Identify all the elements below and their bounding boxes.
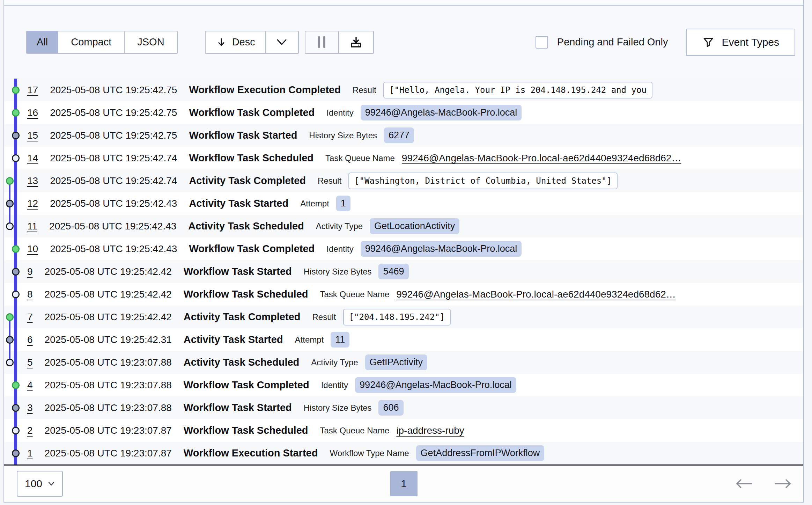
event-detail: Result["Hello, Angela. Your IP is 204.14… xyxy=(353,82,652,98)
event-row[interactable]: 82025-05-08 UTC 19:25:42.42Workflow Task… xyxy=(4,283,803,306)
event-id-link[interactable]: 15 xyxy=(27,130,38,141)
event-row[interactable]: 62025-05-08 UTC 19:25:42.31Activity Task… xyxy=(4,328,803,351)
event-row[interactable]: 102025-05-08 UTC 19:25:42.43Workflow Tas… xyxy=(4,237,803,260)
event-row[interactable]: 132025-05-08 UTC 19:25:42.74Activity Tas… xyxy=(4,169,803,192)
event-status-dot-started xyxy=(6,336,14,344)
workflow-history-page: { "toolbar": { "view_modes": [ {"label":… xyxy=(0,0,812,505)
event-id-link[interactable]: 16 xyxy=(27,107,38,118)
event-id-link[interactable]: 14 xyxy=(27,153,38,164)
event-detail-value-link[interactable]: 99246@Angelas-MacBook-Pro.local-ae62d440… xyxy=(396,289,676,300)
filter-funnel-icon xyxy=(702,36,715,49)
event-id-link[interactable]: 9 xyxy=(27,266,33,277)
event-row[interactable]: 162025-05-08 UTC 19:25:42.75Workflow Tas… xyxy=(4,101,803,124)
event-id-link[interactable]: 11 xyxy=(27,221,37,232)
event-timestamp: 2025-05-08 UTC 19:25:42.43 xyxy=(50,243,177,255)
event-row[interactable]: 142025-05-08 UTC 19:25:42.74Workflow Tas… xyxy=(4,147,803,169)
event-timestamp: 2025-05-08 UTC 19:25:42.75 xyxy=(50,107,177,118)
event-status-dot-completed xyxy=(12,109,20,117)
event-detail: Task Queue Name99246@Angelas-MacBook-Pro… xyxy=(325,153,681,164)
event-detail-label: Identity xyxy=(321,380,348,390)
event-name: Workflow Task Completed xyxy=(189,243,315,255)
event-row[interactable]: 122025-05-08 UTC 19:25:42.43Activity Tas… xyxy=(4,192,803,215)
event-timestamp: 2025-05-08 UTC 19:25:42.42 xyxy=(45,289,172,300)
event-status-dot-completed xyxy=(6,313,14,321)
event-detail-value-badge: 11 xyxy=(331,332,349,347)
event-detail-value-link[interactable]: 99246@Angelas-MacBook-Pro.local-ae62d440… xyxy=(402,153,681,164)
view-mode-all[interactable]: All xyxy=(27,31,58,53)
event-id-link[interactable]: 2 xyxy=(27,425,33,436)
event-detail: Result["204.148.195.242"] xyxy=(312,309,451,325)
event-status-dot-scheduled xyxy=(6,222,14,230)
event-types-label: Event Types xyxy=(722,36,779,48)
sort-order-menu-button[interactable] xyxy=(266,31,298,53)
event-row[interactable]: 172025-05-08 UTC 19:25:42.75Workflow Exe… xyxy=(4,79,803,101)
event-status-dot-started xyxy=(12,449,20,457)
sort-desc-label: Desc xyxy=(232,36,255,48)
pending-failed-only-checkbox[interactable] xyxy=(536,36,548,49)
event-detail-label: Attempt xyxy=(300,199,329,208)
event-types-filter-button[interactable]: Event Types xyxy=(686,29,795,56)
event-detail-value-badge: GetAddressFromIPWorkflow xyxy=(416,445,545,461)
event-name: Workflow Task Started xyxy=(189,130,297,141)
pause-updates-button[interactable] xyxy=(305,31,339,53)
event-name: Workflow Task Scheduled xyxy=(184,288,308,300)
event-timestamp: 2025-05-08 UTC 19:25:42.43 xyxy=(49,221,176,232)
event-status-dot-started xyxy=(12,132,20,139)
event-detail: Task Queue Name99246@Angelas-MacBook-Pro… xyxy=(320,289,676,300)
event-detail-label: Activity Type xyxy=(316,221,363,231)
event-detail: History Size Bytes606 xyxy=(304,400,404,416)
event-row[interactable]: 112025-05-08 UTC 19:25:42.43Activity Tas… xyxy=(4,215,803,237)
event-name: Workflow Task Scheduled xyxy=(189,152,313,164)
event-status-dot-started xyxy=(6,200,14,207)
view-mode-json[interactable]: JSON xyxy=(125,31,177,53)
event-status-dot-completed xyxy=(12,245,20,253)
event-id-link[interactable]: 5 xyxy=(27,357,33,368)
event-timestamp: 2025-05-08 UTC 19:25:42.43 xyxy=(50,198,177,209)
event-row[interactable]: 52025-05-08 UTC 19:23:07.88Activity Task… xyxy=(4,351,803,374)
event-timestamp: 2025-05-08 UTC 19:23:07.88 xyxy=(45,402,172,413)
event-detail-value-badge: 99246@Angelas-MacBook-Pro.local xyxy=(361,241,522,257)
sort-order-split-button: Desc xyxy=(205,31,299,54)
event-history-toolbar: All Compact JSON Desc xyxy=(4,6,803,79)
event-id-link[interactable]: 17 xyxy=(27,85,38,96)
event-id-link[interactable]: 3 xyxy=(27,402,33,413)
event-id-link[interactable]: 8 xyxy=(27,289,33,300)
event-row[interactable]: 72025-05-08 UTC 19:25:42.42Activity Task… xyxy=(4,306,803,328)
event-id-link[interactable]: 13 xyxy=(27,175,38,186)
event-timestamp: 2025-05-08 UTC 19:25:42.75 xyxy=(50,130,177,141)
page-size-select[interactable]: 100 xyxy=(17,471,63,497)
event-timestamp: 2025-05-08 UTC 19:23:07.88 xyxy=(45,380,172,391)
event-row[interactable]: 22025-05-08 UTC 19:23:07.87Workflow Task… xyxy=(4,419,803,442)
event-id-link[interactable]: 10 xyxy=(27,243,38,255)
event-row[interactable]: 32025-05-08 UTC 19:23:07.88Workflow Task… xyxy=(4,396,803,419)
event-detail-value-badge: 1 xyxy=(336,196,350,211)
next-page-arrow-icon[interactable] xyxy=(773,478,793,489)
pause-icon xyxy=(318,36,320,48)
previous-page-arrow-icon[interactable] xyxy=(734,478,754,489)
event-detail: History Size Bytes5469 xyxy=(304,264,409,279)
event-id-link[interactable]: 12 xyxy=(27,198,38,209)
event-detail-value-code: ["Hello, Angela. Your IP is 204.148.195.… xyxy=(383,82,652,98)
event-row[interactable]: 152025-05-08 UTC 19:25:42.75Workflow Tas… xyxy=(4,124,803,147)
event-id-link[interactable]: 7 xyxy=(27,312,33,323)
event-name: Workflow Task Completed xyxy=(189,107,315,118)
view-mode-compact[interactable]: Compact xyxy=(58,31,125,53)
event-id-link[interactable]: 4 xyxy=(27,380,33,391)
chevron-down-icon xyxy=(48,481,55,486)
history-actions-group xyxy=(305,31,374,54)
event-row[interactable]: 92025-05-08 UTC 19:25:42.42Workflow Task… xyxy=(4,260,803,283)
event-status-dot-completed xyxy=(12,86,20,94)
event-row[interactable]: 12025-05-08 UTC 19:23:07.87Workflow Exec… xyxy=(4,442,803,464)
event-timestamp: 2025-05-08 UTC 19:25:42.42 xyxy=(45,312,172,323)
event-detail-value-link[interactable]: ip-address-ruby xyxy=(396,425,464,436)
download-history-button[interactable] xyxy=(339,31,373,53)
pending-failed-only-label[interactable]: Pending and Failed Only xyxy=(557,36,668,48)
event-row[interactable]: 42025-05-08 UTC 19:23:07.88Workflow Task… xyxy=(4,374,803,396)
event-detail-label: History Size Bytes xyxy=(304,403,372,413)
event-id-link[interactable]: 1 xyxy=(27,448,33,459)
event-detail-label: Result xyxy=(318,176,341,186)
event-timestamp: 2025-05-08 UTC 19:23:07.87 xyxy=(45,448,172,459)
event-detail-value-badge: 6277 xyxy=(384,127,414,143)
sort-desc-button[interactable]: Desc xyxy=(206,31,266,53)
event-id-link[interactable]: 6 xyxy=(27,334,33,345)
